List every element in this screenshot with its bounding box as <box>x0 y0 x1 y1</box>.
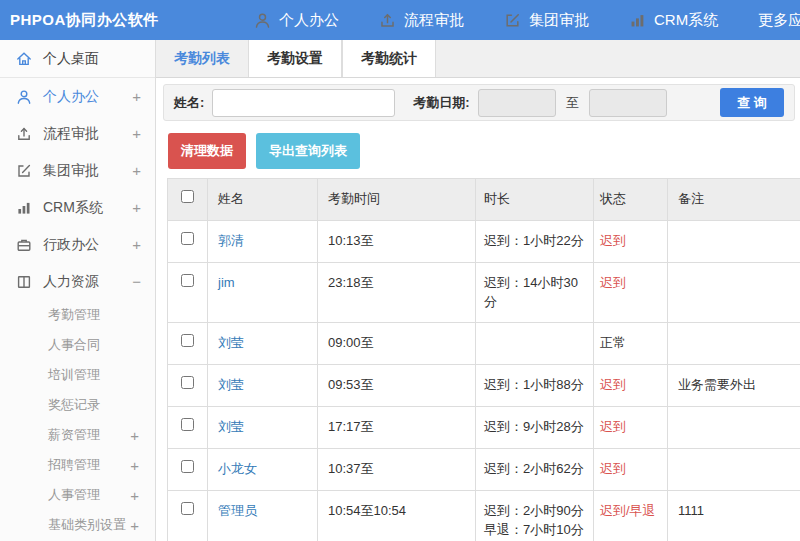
status-text: 迟到 <box>600 461 626 476</box>
expander-toggle[interactable]: + <box>132 200 141 215</box>
row-checkbox[interactable] <box>181 232 194 245</box>
row-checkbox-cell <box>168 407 208 449</box>
name-input[interactable] <box>212 89 395 117</box>
nav-item-crm-system[interactable]: CRM系统 <box>629 11 718 30</box>
expander-toggle[interactable]: + <box>130 488 139 503</box>
app-logo: PHPOA协同办公软件 <box>0 11 158 30</box>
person-icon <box>254 12 271 29</box>
row-checkbox[interactable] <box>181 418 194 431</box>
clear-data-button[interactable]: 清理数据 <box>168 133 246 169</box>
sidebar-subitem-reward-punishment[interactable]: 奖惩记录 <box>0 390 155 420</box>
tab-attendance-list[interactable]: 考勤列表 <box>156 40 248 77</box>
sidebar: 个人桌面 个人办公 + 流程审批 + 集团审批 + CRM系统 + 行政办公 +… <box>0 40 156 541</box>
expander-toggle[interactable]: + <box>130 458 139 473</box>
sidebar-subitem-base-category-settings[interactable]: 基础类别设置 + <box>0 510 155 540</box>
date-from-input[interactable] <box>478 89 556 117</box>
sidebar-subitem-personnel-management[interactable]: 人事管理 + <box>0 480 155 510</box>
name-label: 姓名: <box>174 94 204 112</box>
nav-item-personal-office[interactable]: 个人办公 <box>254 11 339 30</box>
sidebar-subitem-salary-management[interactable]: 薪资管理 + <box>0 420 155 450</box>
table-header-row: 姓名 考勤时间 时长 状态 备注 <box>168 179 800 221</box>
query-button[interactable]: 查 询 <box>720 88 784 117</box>
sidebar-item-label: 个人桌面 <box>43 50 99 68</box>
sidebar-item-personal-desktop[interactable]: 个人桌面 <box>0 40 155 78</box>
status-text: 迟到 <box>600 233 626 248</box>
duration-text: 迟到：14小时30分 <box>484 275 578 309</box>
nav-item-process-approval[interactable]: 流程审批 <box>379 11 464 30</box>
expander-toggle[interactable]: + <box>132 237 141 252</box>
app-header: PHPOA协同办公软件 个人办公 流程审批 集团审批 CRM系统 更多应用 <box>0 0 800 40</box>
employee-name-link[interactable]: 小龙女 <box>218 461 257 476</box>
employee-name-link[interactable]: 郭清 <box>218 233 244 248</box>
row-checkbox-cell <box>168 365 208 407</box>
row-checkbox[interactable] <box>181 274 194 287</box>
book-icon <box>16 274 32 290</box>
duration-text: 迟到：2小时62分 <box>484 461 584 476</box>
nav-item-more-apps[interactable]: 更多应用 <box>758 11 800 30</box>
sidebar-subitem-recruitment-management[interactable]: 招聘管理 + <box>0 450 155 480</box>
col-header-name: 姓名 <box>208 179 318 221</box>
row-checkbox-cell <box>168 220 208 262</box>
row-checkbox[interactable] <box>181 376 194 389</box>
status-text: 迟到 <box>600 419 626 434</box>
row-checkbox[interactable] <box>181 502 194 515</box>
expander-toggle[interactable]: + <box>132 126 141 141</box>
employee-name-link[interactable]: 刘莹 <box>218 377 244 392</box>
attendance-time-cell: 09:53至 <box>318 365 476 407</box>
search-form: 姓名: 考勤日期: 至 查 询 <box>163 84 795 121</box>
main-content: 考勤列表考勤设置考勤统计 姓名: 考勤日期: 至 查 询 清理数据 导出查询列表… <box>156 40 800 541</box>
col-header-status: 状态 <box>594 179 668 221</box>
table-row: 刘莹 09:00至 正常 <box>168 323 800 365</box>
sidebar-subitem-personnel-contract[interactable]: 人事合同 <box>0 330 155 360</box>
employee-name-link[interactable]: 刘莹 <box>218 419 244 434</box>
person-icon <box>16 89 32 105</box>
sidebar-item-admin-office[interactable]: 行政办公 + <box>0 226 155 263</box>
table-row: jim 23:18至 迟到：14小时30分 迟到 <box>168 262 800 323</box>
attendance-time-cell: 10:37至 <box>318 448 476 490</box>
select-all-cell <box>168 179 208 221</box>
employee-name-link[interactable]: 管理员 <box>218 503 257 518</box>
process-icon <box>16 126 32 142</box>
expander-toggle[interactable]: + <box>130 428 139 443</box>
employee-name-link[interactable]: 刘莹 <box>218 335 244 350</box>
sidebar-item-crm-system[interactable]: CRM系统 + <box>0 189 155 226</box>
tab-bar: 考勤列表考勤设置考勤统计 <box>156 40 800 78</box>
sidebar-item-human-resources[interactable]: 人力资源 − <box>0 263 155 300</box>
nav-item-group-approval[interactable]: 集团审批 <box>504 11 589 30</box>
expander-toggle[interactable]: − <box>132 274 141 289</box>
table-row: 小龙女 10:37至 迟到：2小时62分 迟到 <box>168 448 800 490</box>
col-header-remark: 备注 <box>668 179 800 221</box>
sidebar-item-group-approval[interactable]: 集团审批 + <box>0 152 155 189</box>
table-row: 郭清 10:13至 迟到：1小时22分 迟到 <box>168 220 800 262</box>
employee-name-link[interactable]: jim <box>218 275 235 290</box>
attendance-time-cell: 10:13至 <box>318 220 476 262</box>
row-checkbox[interactable] <box>181 460 194 473</box>
status-text: 迟到 <box>600 275 626 290</box>
row-checkbox-cell <box>168 448 208 490</box>
remark-cell <box>668 262 800 323</box>
remark-cell <box>668 448 800 490</box>
remark-cell <box>668 220 800 262</box>
sidebar-subitem-training-management[interactable]: 培训管理 <box>0 360 155 390</box>
edit-icon <box>504 12 521 29</box>
duration-text: 迟到：1小时22分 <box>484 233 584 248</box>
sidebar-item-process-approval[interactable]: 流程审批 + <box>0 115 155 152</box>
row-checkbox-cell <box>168 262 208 323</box>
attendance-time-cell: 23:18至 <box>318 262 476 323</box>
expander-toggle[interactable]: + <box>130 518 139 533</box>
duration-text: 迟到：2小时90分 早退：7小时10分 <box>484 503 584 537</box>
remark-cell <box>668 407 800 449</box>
date-to-input[interactable] <box>589 89 667 117</box>
status-text: 正常 <box>600 335 626 350</box>
sidebar-item-personal-office[interactable]: 个人办公 + <box>0 78 155 115</box>
tab-attendance-settings[interactable]: 考勤设置 <box>248 40 342 77</box>
expander-toggle[interactable]: + <box>132 163 141 178</box>
row-checkbox[interactable] <box>181 334 194 347</box>
date-label: 考勤日期: <box>413 94 469 112</box>
row-checkbox-cell <box>168 490 208 541</box>
sidebar-subitem-attendance-management[interactable]: 考勤管理 <box>0 300 155 330</box>
tab-attendance-statistics[interactable]: 考勤统计 <box>342 40 436 77</box>
export-list-button[interactable]: 导出查询列表 <box>256 133 360 169</box>
expander-toggle[interactable]: + <box>132 89 141 104</box>
select-all-checkbox[interactable] <box>181 190 194 203</box>
